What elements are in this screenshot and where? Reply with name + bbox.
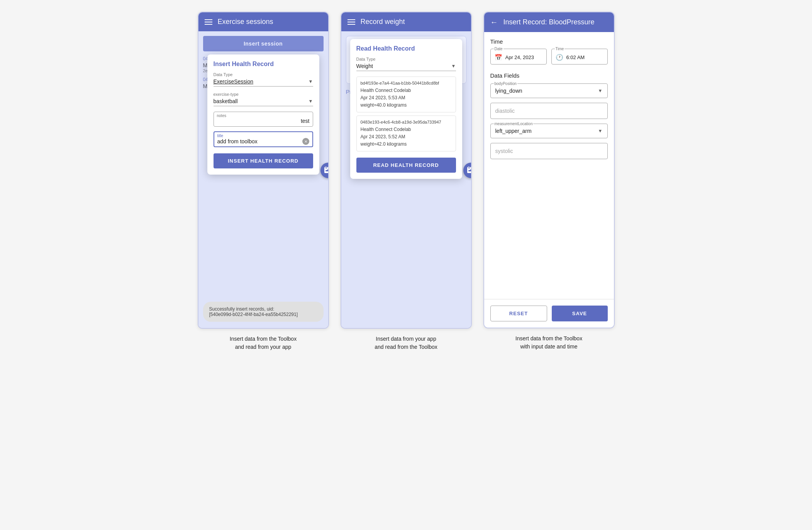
screen1-dialog-title: Insert Health Record — [214, 61, 313, 68]
clock-icon: 🕐 — [556, 54, 563, 61]
screen2-dialog: Read Health Record Data Type Weight ▼ bd… — [350, 39, 462, 179]
read-health-record-button[interactable]: READ HEALTH RECORD — [356, 158, 456, 173]
measurement-value-1: weight=40.0 kilograms — [361, 102, 452, 109]
title-value: add from toolbox — [217, 138, 258, 144]
date-field[interactable]: Date 📅 Apr 24, 2023 — [490, 49, 547, 65]
date-label: Date — [494, 47, 503, 51]
screen3-caption: Insert data from the Toolbox with input … — [515, 335, 582, 351]
data-type-arrow: ▼ — [309, 79, 313, 84]
screen2-header: Record weight — [341, 12, 471, 31]
measurement-location-arrow: ▼ — [598, 128, 603, 134]
time-label: Time — [555, 47, 565, 51]
notes-field-wrap[interactable]: notes test — [214, 112, 313, 127]
measurement-date-2: Apr 24 2023, 5:52 AM — [361, 133, 452, 141]
data-type-value: ExerciseSession — [214, 78, 254, 85]
title-input-row: add from toolbox ✕ — [217, 138, 309, 145]
success-snackbar: Successfully insert records, uid: [540e0… — [203, 302, 324, 322]
reset-button[interactable]: RESET — [490, 306, 547, 321]
screen2-dialog-overlay: Read Health Record Data Type Weight ▼ bd… — [341, 31, 471, 328]
exercise-type-arrow: ▼ — [309, 99, 313, 104]
read-data-type-value: Weight — [356, 63, 373, 69]
screen1-frame: Exercise sessions Insert session 04:01:0… — [198, 12, 329, 329]
hamburger-icon[interactable] — [205, 19, 212, 25]
date-content: 📅 Apr 24, 2023 — [495, 54, 542, 61]
date-time-row: Date 📅 Apr 24, 2023 Time 🕐 6:02 AM — [490, 49, 608, 65]
screen2-dialog-title: Read Health Record — [356, 45, 456, 52]
measurement-id-1: bd4f193e-e7a4-41aa-b1bb-50441b8cd8bf — [361, 80, 452, 87]
toolbox-icon-2 — [467, 166, 472, 174]
data-type-select[interactable]: ExerciseSession ▼ — [214, 78, 313, 87]
read-data-type-select[interactable]: Weight ▼ — [356, 63, 456, 71]
screen3-body: Time Date 📅 Apr 24, 2023 Time — [484, 32, 614, 302]
screen1-body: Insert session 04:01:09 - 04:31:09 My Ru… — [198, 31, 328, 328]
back-arrow[interactable]: ← — [490, 18, 498, 27]
screen1-dialog-overlay: Insert Health Record Data Type ExerciseS… — [198, 31, 328, 328]
screen1-caption: Insert data from the Toolbox and read fr… — [230, 335, 297, 351]
screen3-header: ← Insert Record: BloodPressure — [484, 12, 614, 32]
diastolic-field[interactable]: diastolic — [490, 103, 608, 119]
time-content: 🕐 6:02 AM — [556, 54, 603, 61]
measurement-id-2: 0483e193-e4c6-4cb8-a19d-3e95da733947 — [361, 119, 452, 126]
body-position-label: bodyPosition — [494, 82, 517, 86]
screen2-caption: Insert data from your app and read from … — [375, 335, 437, 351]
screen3-footer: RESET SAVE — [484, 299, 614, 328]
time-field[interactable]: Time 🕐 6:02 AM — [551, 49, 608, 65]
screen2-frame: Record weight New Record (Kg) 50 Add Pre… — [341, 12, 472, 329]
screen1-title: Exercise sessions — [218, 18, 273, 26]
save-button[interactable]: SAVE — [552, 306, 608, 321]
screen2-body: New Record (Kg) 50 Add Previous Measurem… — [341, 31, 471, 328]
measurement-date-1: Apr 24 2023, 5:53 AM — [361, 94, 452, 102]
time-section-label: Time — [490, 38, 608, 45]
screen2-title: Record weight — [361, 18, 405, 26]
read-data-type-label: Data Type — [356, 57, 456, 61]
measurement-source-2: Health Connect Codelab — [361, 126, 452, 133]
title-field-wrap[interactable]: title add from toolbox ✕ — [214, 131, 313, 147]
title-label: title — [217, 134, 309, 138]
measurement-item-2: 0483e193-e4c6-4cb8-a19d-3e95da733947 Hea… — [356, 116, 456, 151]
exercise-type-select[interactable]: basketball ▼ — [214, 98, 313, 106]
screen3-frame: ← Insert Record: BloodPressure Time Date… — [483, 12, 615, 328]
toolbox-icon — [324, 166, 329, 174]
hamburger-icon-2[interactable] — [348, 19, 355, 25]
measurement-location-label: measurementLocation — [494, 122, 534, 126]
time-value: 6:02 AM — [566, 54, 585, 60]
date-value: Apr 24, 2023 — [505, 54, 534, 60]
measurement-location-select[interactable]: measurementLocation left_upper_arm ▼ — [490, 124, 608, 138]
measurement-value-2: weight=42.0 kilograms — [361, 141, 452, 148]
screen1-dialog: Insert Health Record Data Type ExerciseS… — [207, 54, 319, 175]
data-fields-label: Data Fields — [490, 72, 608, 79]
measurement-location-value: left_upper_arm — [495, 128, 532, 134]
body-position-arrow: ▼ — [598, 88, 603, 93]
measurement-source-1: Health Connect Codelab — [361, 87, 452, 94]
read-data-type-arrow: ▼ — [451, 63, 456, 69]
calendar-icon: 📅 — [495, 54, 502, 61]
systolic-field[interactable]: systolic — [490, 143, 608, 159]
notes-value: test — [217, 118, 310, 124]
insert-health-record-button[interactable]: INSERT HEALTH RECORD — [214, 153, 313, 168]
body-position-select[interactable]: bodyPosition lying_down ▼ — [490, 83, 608, 98]
measurement-item-1: bd4f193e-e7a4-41aa-b1bb-50441b8cd8bf Hea… — [356, 76, 456, 112]
screen1-header: Exercise sessions — [198, 12, 328, 31]
exercise-type-label: exercise-type — [214, 92, 313, 97]
notes-label: notes — [217, 114, 310, 118]
data-type-label: Data Type — [214, 72, 313, 77]
exercise-type-value: basketball — [214, 98, 238, 104]
clear-icon[interactable]: ✕ — [302, 138, 309, 145]
body-position-value: lying_down — [495, 88, 522, 94]
screen3-title: Insert Record: BloodPressure — [503, 18, 595, 26]
